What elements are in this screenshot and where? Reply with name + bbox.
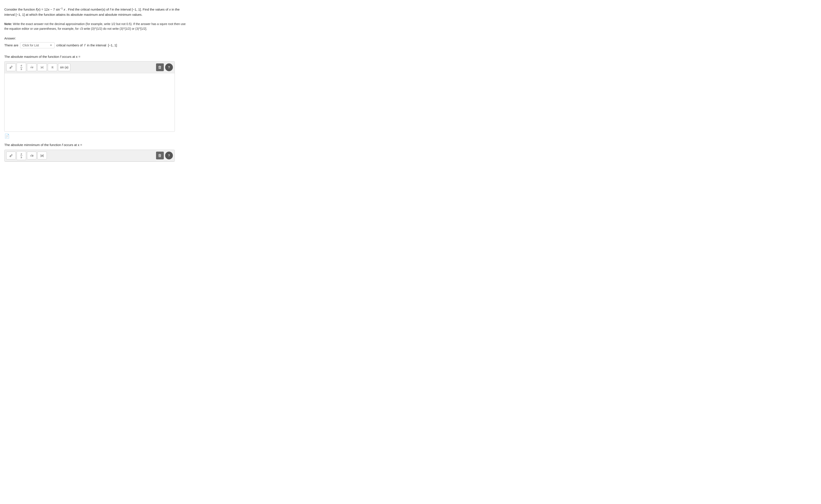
after-dropdown-text: critical numbers of [56,43,83,47]
power-button-min[interactable]: ab [6,152,16,159]
problem-intro: Consider the function [4,8,35,11]
dropdown-chevron-icon: ▼ [50,44,52,47]
help-button-min[interactable]: ? [165,152,173,159]
answer-label: Answer: [4,36,190,40]
equation-editor-min: ab a b √a |a| 🗑 ? [4,150,175,162]
note-text: Write the exact answer not the decimal a… [4,22,185,30]
help-icon-min: ? [168,154,170,157]
trash-button-max[interactable]: 🗑 [156,63,164,71]
fraction-button-min[interactable]: a b [17,151,26,160]
dropdown-value: Click for List [22,44,39,47]
sqrt-icon-min: √a [30,154,33,157]
pi-button-max[interactable]: π [48,63,57,71]
critical-numbers-row: There are Click for List ▼ critical numb… [4,42,190,48]
abs-max-text: The absolute maximum of the function [4,55,59,58]
help-icon: ? [168,66,170,69]
interval-value: [−1, 1] [108,43,117,47]
x-label: x [169,8,172,11]
sqrt-icon: √a [30,66,33,69]
abs-button-min[interactable]: |a| [37,152,47,159]
f-italic-critical: f [84,43,85,47]
toolbar-max: ab a b √a |a| π sin (a) 🗑 [5,61,174,73]
abs-icon: |a| [41,66,44,69]
abs-max-occurs: occurs at x = [62,55,80,58]
abs-min-text: The absolute mimnimum of the function [4,143,61,147]
problem-instruction2: in the interval [−1, 1]. Find the values… [111,8,168,11]
abs-min-label: The absolute mimnimum of the function f … [4,143,190,148]
abs-icon-min: |a| [40,154,44,157]
there-are-text: There are [4,43,18,47]
toolbar-right-min: 🗑 ? [156,152,173,159]
trash-icon-min: 🗑 [158,153,162,158]
editor-area-max[interactable] [5,73,174,132]
fraction-button-max[interactable]: a b [17,63,26,72]
sqrt-button-min[interactable]: √a [27,152,36,159]
abs-min-f: f [62,143,64,147]
fraction-icon-min: a b [20,152,22,159]
trash-button-min[interactable]: 🗑 [156,152,164,159]
critical-numbers-dropdown[interactable]: Click for List ▼ [20,42,55,48]
in-interval-text: in the interval [87,43,106,47]
power-icon: ab [9,65,12,69]
note-label: Note: [4,22,12,26]
problem-instruction1: . Find the critical number(s) of [66,8,109,11]
trash-icon: 🗑 [158,65,162,70]
sin-icon: sin (a) [60,66,68,69]
abs-button-max[interactable]: |a| [37,63,47,71]
abs-min-occurs: occurs at x = [64,143,82,147]
fraction-icon: a b [20,64,22,71]
toolbar-min: ab a b √a |a| 🗑 ? [5,150,174,162]
pi-icon: π [51,66,53,69]
note-section: Note: Write the exact answer not the dec… [4,22,190,31]
function-label: f(x) = 12x − 7 sin−1 x [36,8,65,11]
sqrt-button-max[interactable]: √a [27,63,36,71]
power-icon-min: ab [9,154,12,158]
sin-button-max[interactable]: sin (a) [58,63,70,71]
toolbar-right-max: 🗑 ? [156,63,173,71]
document-icon[interactable]: 📄 [4,133,10,139]
help-button-max[interactable]: ? [165,63,173,71]
abs-max-label: The absolute maximum of the function f o… [4,54,190,59]
equation-editor-max: ab a b √a |a| π sin (a) 🗑 [4,61,175,132]
f-label: f [110,8,111,11]
abs-max-f: f [60,55,62,58]
problem-statement: Consider the function f(x) = 12x − 7 sin… [4,6,190,17]
power-button-max[interactable]: ab [6,63,16,71]
